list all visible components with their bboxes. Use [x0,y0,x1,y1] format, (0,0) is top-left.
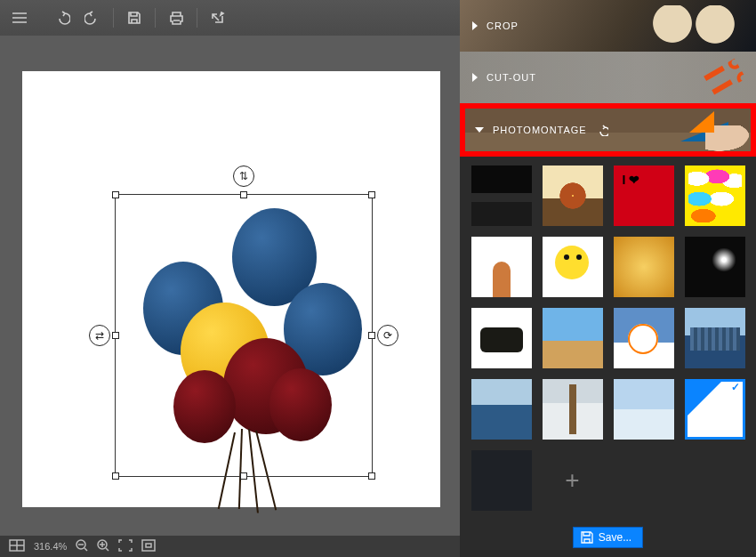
template-thumb[interactable] [471,379,532,440]
template-thumb[interactable] [685,237,745,297]
template-thumb[interactable] [614,308,674,368]
section-crop[interactable]: CROP [460,0,756,52]
right-panel: CROP CUT-OUT PHOTOMONTAGE + Save... [460,0,756,557]
template-thumb[interactable] [543,165,603,226]
actual-size-icon[interactable] [141,539,156,553]
resize-handle[interactable] [368,191,375,198]
resize-handle[interactable] [368,472,375,480]
save-row: Save... [460,518,756,557]
rotate-icon[interactable]: ⟳ [377,325,398,346]
status-bar: 316.4% [0,536,460,557]
swap-axes-icon[interactable]: ⇅ [233,165,254,187]
resize-handle[interactable] [240,191,247,198]
template-thumb[interactable] [543,237,603,297]
section-photomontage[interactable]: PHOTOMONTAGE [460,103,756,157]
section-label: CUT-OUT [487,72,536,83]
undo-icon[interactable] [50,5,75,30]
fit-screen-icon[interactable] [118,539,133,553]
resize-handle[interactable] [240,472,247,480]
save-icon [581,531,593,544]
separator [197,8,197,28]
template-thumb[interactable] [471,450,532,511]
canvas[interactable]: ⇅ ⇄ ⟳ [22,71,440,507]
undo-section-icon[interactable] [596,124,608,136]
redo-icon[interactable] [80,5,105,30]
zoom-in-icon[interactable] [97,539,109,553]
zoom-value: 316.4% [34,541,67,552]
resize-handle[interactable] [112,472,119,480]
template-thumb-selected[interactable] [685,379,745,440]
template-thumb[interactable] [614,165,674,226]
dimensions-icon [9,539,25,553]
chevron-right-icon [472,21,478,30]
save-button[interactable]: Save... [573,527,643,548]
selection-bounding-box[interactable]: ⇅ ⇄ ⟳ [115,194,373,477]
template-thumb[interactable] [471,165,532,226]
chevron-right-icon [472,73,478,82]
save-button-label: Save... [599,531,631,544]
resize-handle[interactable] [368,332,375,339]
save-icon[interactable] [122,5,147,30]
section-label: PHOTOMONTAGE [493,125,587,135]
template-thumb[interactable] [685,308,745,368]
template-thumb[interactable] [543,379,603,440]
template-grid: + [460,157,756,518]
svg-rect-3 [142,540,155,551]
add-template-button[interactable]: + [543,450,603,511]
resize-handle[interactable] [112,191,119,198]
section-label: CROP [487,20,519,31]
share-icon[interactable] [205,5,230,30]
print-icon[interactable] [164,5,189,30]
template-thumb[interactable] [614,237,674,297]
template-thumb[interactable] [614,379,674,440]
template-thumb[interactable] [685,165,745,226]
separator [113,8,114,28]
template-thumb[interactable] [471,237,532,297]
flip-horizontal-icon[interactable]: ⇄ [89,325,110,346]
menu-icon[interactable] [7,5,32,30]
resize-handle[interactable] [112,332,119,339]
editor-canvas-area: ⇅ ⇄ ⟳ 316.4% [0,36,460,557]
template-thumb[interactable] [471,308,532,368]
section-cutout[interactable]: CUT-OUT [460,52,756,103]
zoom-out-icon[interactable] [76,539,88,553]
separator [155,8,156,28]
template-thumb[interactable] [543,308,603,368]
chevron-down-icon [475,127,484,133]
